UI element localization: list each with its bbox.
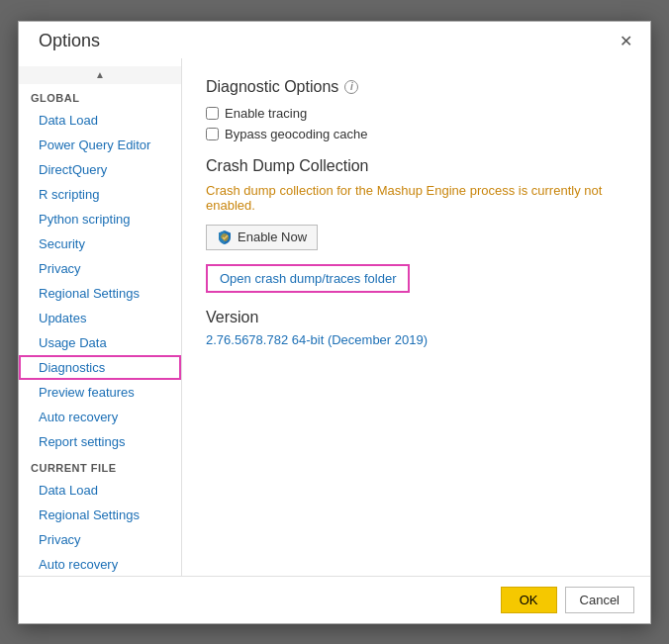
- close-button[interactable]: ✕: [614, 30, 638, 52]
- dialog-footer: OK Cancel: [19, 576, 650, 623]
- sidebar-item-auto-recovery[interactable]: Auto recovery: [19, 405, 181, 429]
- version-text: 2.76.5678.782 64-bit (December 2019): [206, 332, 626, 347]
- sidebar-item-r-scripting[interactable]: R scripting: [19, 182, 181, 207]
- bypass-geocoding-row: Bypass geocoding cache: [206, 127, 626, 141]
- sidebar-item-security[interactable]: Security: [19, 231, 181, 256]
- current-file-section-label: CURRENT FILE: [19, 454, 181, 478]
- sidebar-item-cf-regional-settings[interactable]: Regional Settings: [19, 503, 181, 527]
- sidebar-item-usage-data[interactable]: Usage Data: [19, 330, 181, 355]
- sidebar-item-privacy[interactable]: Privacy: [19, 256, 181, 281]
- sidebar-item-regional-settings[interactable]: Regional Settings: [19, 281, 181, 306]
- cancel-button[interactable]: Cancel: [565, 587, 634, 613]
- info-icon: i: [344, 80, 358, 94]
- sidebar-item-python-scripting[interactable]: Python scripting: [19, 207, 181, 231]
- enable-tracing-row: Enable tracing: [206, 106, 626, 121]
- sidebar-item-report-settings[interactable]: Report settings: [19, 429, 181, 454]
- sidebar-item-data-load[interactable]: Data Load: [19, 108, 181, 133]
- diagnostic-title: Diagnostic Options i: [206, 78, 626, 96]
- scroll-up-button[interactable]: ▲: [19, 66, 181, 84]
- crash-dump-title: Crash Dump Collection: [206, 157, 626, 175]
- global-section-label: GLOBAL: [19, 84, 181, 108]
- open-crash-dump-folder-link[interactable]: Open crash dump/traces folder: [206, 264, 410, 293]
- sidebar: ▲ GLOBAL Data Load Power Query Editor Di…: [19, 58, 182, 576]
- enable-tracing-label: Enable tracing: [225, 106, 307, 121]
- sidebar-item-power-query-editor[interactable]: Power Query Editor: [19, 133, 181, 157]
- sidebar-item-cf-auto-recovery[interactable]: Auto recovery: [19, 552, 181, 576]
- sidebar-item-updates[interactable]: Updates: [19, 306, 181, 330]
- dialog-body: ▲ GLOBAL Data Load Power Query Editor Di…: [19, 58, 650, 576]
- crash-dump-info: Crash dump collection for the Mashup Eng…: [206, 183, 626, 213]
- version-title: Version: [206, 309, 626, 326]
- bypass-geocoding-checkbox[interactable]: [206, 128, 219, 140]
- bypass-geocoding-label: Bypass geocoding cache: [225, 127, 368, 141]
- enable-now-button[interactable]: Enable Now: [206, 225, 318, 250]
- sidebar-item-cf-privacy[interactable]: Privacy: [19, 527, 181, 552]
- enable-tracing-checkbox[interactable]: [206, 107, 219, 120]
- sidebar-item-directquery[interactable]: DirectQuery: [19, 157, 181, 182]
- main-content: Diagnostic Options i Enable tracing Bypa…: [182, 58, 650, 576]
- sidebar-item-cf-data-load[interactable]: Data Load: [19, 478, 181, 503]
- options-dialog: Options ✕ ▲ GLOBAL Data Load Power Query…: [18, 21, 651, 624]
- titlebar: Options ✕: [19, 22, 650, 58]
- dialog-title: Options: [39, 31, 100, 51]
- shield-icon: [217, 230, 233, 245]
- ok-button[interactable]: OK: [501, 587, 557, 613]
- sidebar-item-diagnostics[interactable]: Diagnostics: [19, 355, 181, 380]
- sidebar-item-preview-features[interactable]: Preview features: [19, 380, 181, 405]
